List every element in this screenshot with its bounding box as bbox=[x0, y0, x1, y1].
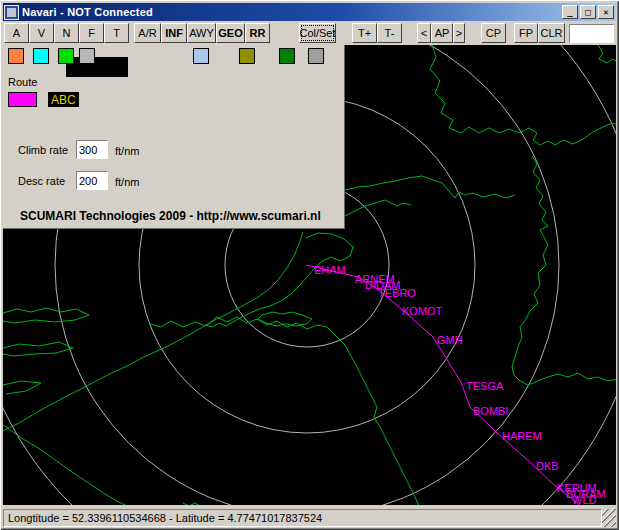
climb-rate-input[interactable] bbox=[76, 140, 108, 159]
title-bar[interactable]: Navari - NOT Connected _ □ ✕ bbox=[3, 3, 616, 21]
app-window: Navari - NOT Connected _ □ ✕ AVNFTA/RINF… bbox=[0, 0, 619, 530]
route-label: Route bbox=[8, 76, 37, 88]
window-title: Navari - NOT Connected bbox=[22, 6, 560, 18]
waypoint-label-bombi: BOMBI bbox=[473, 405, 508, 417]
toolbar-button-geo[interactable]: GEO bbox=[216, 23, 245, 43]
desc-rate-unit: ft/nm bbox=[115, 176, 139, 188]
toolbar-button-ar[interactable]: A/R bbox=[134, 23, 161, 43]
waypoint-label-eham: EHAM bbox=[314, 264, 346, 276]
toolbar-button-rr[interactable]: RR bbox=[245, 23, 270, 43]
color-swatch-light-blue[interactable] bbox=[193, 48, 209, 64]
toolbar-button-awy[interactable]: AWY bbox=[187, 23, 216, 43]
status-bar: Longtitude = 52.3396110534668 - Latitude… bbox=[3, 505, 616, 527]
toolbar: AVNFTA/RINFAWYGEORRCol/SetT+T-<AP>CPFPCL… bbox=[3, 21, 616, 45]
waypoint-labels: EHAMARNEMDIDAMTEBROKOMOTGMHTESGABOMBIHAR… bbox=[314, 264, 606, 505]
minimize-button[interactable]: _ bbox=[562, 5, 578, 19]
toolbar-button-clr[interactable]: CLR bbox=[538, 23, 565, 43]
toolbar-text-input[interactable] bbox=[569, 24, 614, 43]
toolbar-button-f[interactable]: F bbox=[79, 23, 104, 43]
toolbar-button-fp[interactable]: FP bbox=[514, 23, 538, 43]
toolbar-button-<[interactable]: < bbox=[417, 23, 431, 43]
close-button[interactable]: ✕ bbox=[598, 5, 614, 19]
waypoint-label-tesga: TESGA bbox=[466, 380, 504, 392]
color-swatch-gray[interactable] bbox=[308, 48, 324, 64]
color-swatch-cyan[interactable] bbox=[33, 48, 49, 64]
route-color-swatch[interactable] bbox=[8, 92, 37, 107]
climb-rate-label: Climb rate bbox=[18, 144, 68, 156]
color-swatch-dark-green[interactable] bbox=[279, 48, 295, 64]
vendor-credit: SCUMARI Technologies 2009 - http://www.s… bbox=[20, 209, 321, 223]
toolbar-button-n[interactable]: N bbox=[54, 23, 79, 43]
toolbar-button-ap[interactable]: AP bbox=[431, 23, 453, 43]
waypoint-label-dkb: DKB bbox=[536, 460, 559, 472]
toolbar-button->[interactable]: > bbox=[453, 23, 465, 43]
climb-rate-unit: ft/nm bbox=[115, 145, 139, 157]
waypoint-label-harem: HAREM bbox=[502, 430, 542, 442]
toolbar-button-inf[interactable]: INF bbox=[161, 23, 187, 43]
toolbar-button-v[interactable]: V bbox=[29, 23, 54, 43]
color-picker-black-area[interactable] bbox=[66, 57, 128, 77]
colset-panel: Route ABC Climb rate ft/nm Desc rate ft/… bbox=[3, 45, 345, 229]
waypoint-label-komot: KOMOT bbox=[402, 305, 443, 317]
toolbar-button-a[interactable]: A bbox=[4, 23, 29, 43]
color-swatch-selected-gray[interactable] bbox=[79, 48, 95, 64]
desc-rate-label: Desc rate bbox=[18, 175, 65, 187]
toolbar-button-cp[interactable]: CP bbox=[481, 23, 506, 43]
app-icon bbox=[5, 6, 18, 19]
waypoint-label-gmh: GMH bbox=[437, 334, 463, 346]
color-swatch-orange[interactable] bbox=[8, 48, 24, 64]
toolbar-button-t-[interactable]: T- bbox=[377, 23, 402, 43]
resize-grip[interactable] bbox=[602, 509, 616, 527]
color-swatch-olive[interactable] bbox=[239, 48, 255, 64]
color-swatch-green[interactable] bbox=[58, 48, 74, 64]
toolbar-button-t+[interactable]: T+ bbox=[352, 23, 377, 43]
waypoint-label-wld: WLD bbox=[572, 494, 597, 505]
maximize-button[interactable]: □ bbox=[580, 5, 596, 19]
toolbar-button-colset[interactable]: Col/Set bbox=[299, 23, 336, 43]
map-area[interactable]: EHAMARNEMDIDAMTEBROKOMOTGMHTESGABOMBIHAR… bbox=[3, 45, 616, 505]
route-name-badge: ABC bbox=[48, 92, 79, 107]
waypoint-label-tebro: TEBRO bbox=[378, 287, 416, 299]
desc-rate-input[interactable] bbox=[76, 171, 108, 190]
toolbar-button-t[interactable]: T bbox=[104, 23, 129, 43]
coordinates-status: Longtitude = 52.3396110534668 - Latitude… bbox=[3, 509, 602, 527]
